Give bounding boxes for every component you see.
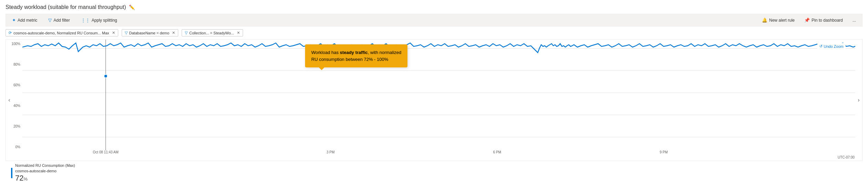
database-filter-pill: ▽ DatabaseName = demo ✕ <box>122 29 178 36</box>
legend-text-group: Normalized RU Consumption (Max) cosmos-a… <box>15 163 75 183</box>
toolbar-left: ✦ Add metric ▽ Add filter ⋮⋮ Apply split… <box>10 16 119 24</box>
metric-filter-remove[interactable]: ✕ <box>112 31 115 35</box>
add-metric-button[interactable]: ✦ Add metric <box>10 16 39 24</box>
legend-color-bar <box>11 168 12 178</box>
apply-splitting-label: Apply splitting <box>92 18 117 23</box>
x-label-9pm: 9 PM <box>660 150 668 154</box>
legend-area: Normalized RU Consumption (Max) cosmos-a… <box>6 161 862 184</box>
apply-splitting-button[interactable]: ⋮⋮ Apply splitting <box>79 16 119 24</box>
undo-zoom-button[interactable]: ↺ Undo Zoom <box>817 43 846 50</box>
metric-pill-icon: ⟳ <box>9 31 12 35</box>
edit-icon[interactable]: ✏️ <box>129 4 135 10</box>
tooltip-text2: RU consumption between 72% - 100% <box>311 57 388 62</box>
toolbar: ✦ Add metric ▽ Add filter ⋮⋮ Apply split… <box>6 14 862 26</box>
pin-icon: 📌 <box>804 18 810 23</box>
chart-area: ‹ › 100% 80% 60% 40% 20% 0% <box>6 40 862 161</box>
y-axis: 100% 80% 60% 40% 20% 0% <box>6 40 22 150</box>
metric-filter-pill: ⟳ cosmos-autoscale-demo, Normalized RU C… <box>6 29 118 36</box>
new-alert-label: New alert rule <box>769 18 795 23</box>
y-label-100: 100% <box>7 42 20 46</box>
new-alert-rule-button[interactable]: 🔔 New alert rule <box>760 16 797 24</box>
y-label-80: 80% <box>7 63 20 66</box>
x-label-3pm: 3 PM <box>326 150 334 154</box>
database-filter-remove[interactable]: ✕ <box>172 31 175 35</box>
alert-icon: 🔔 <box>762 18 767 23</box>
undo-zoom-label: Undo Zoom <box>824 44 844 48</box>
pin-to-dashboard-button[interactable]: 📌 Pin to dashboard <box>802 16 845 24</box>
grid-lines <box>22 40 855 150</box>
y-label-40: 40% <box>7 104 20 108</box>
tooltip-bubble: Workload has steady traffic, with normal… <box>305 44 407 67</box>
more-options-button[interactable]: ... <box>850 17 858 24</box>
database-filter-text: DatabaseName = demo <box>129 31 169 35</box>
chart-plot: Workload has steady traffic, with normal… <box>22 40 855 150</box>
svg-point-6 <box>104 74 108 78</box>
collection-filter-remove[interactable]: ✕ <box>237 31 240 35</box>
chart-nav-right[interactable]: › <box>855 93 862 107</box>
metric-filter-text: cosmos-autoscale-demo, Normalized RU Con… <box>13 31 109 35</box>
page-title: Steady workload (suitable for manual thr… <box>6 4 126 10</box>
filters-row: ⟳ cosmos-autoscale-demo, Normalized RU C… <box>6 26 862 40</box>
x-labels: Oct 08 11:43 AM 3 PM 6 PM 9 PM <box>22 150 855 161</box>
y-label-20: 20% <box>7 125 20 128</box>
add-filter-label: Add filter <box>53 18 70 23</box>
x-label-6pm: 6 PM <box>493 150 501 154</box>
undo-zoom-icon: ↺ <box>819 44 822 48</box>
legend-title: Normalized RU Consumption (Max) <box>15 163 75 168</box>
tooltip-text1: Workload has steady traffic, with normal… <box>311 50 401 55</box>
collection-filter-pill: ▽ Collection... = SteadyWo... ✕ <box>182 29 243 36</box>
more-label: ... <box>852 18 856 23</box>
add-metric-label: Add metric <box>18 18 37 23</box>
pin-to-dashboard-label: Pin to dashboard <box>811 18 843 23</box>
collection-filter-text: Collection... = SteadyWo... <box>189 31 234 35</box>
legend-subtitle: cosmos-autoscale-demo <box>15 169 75 174</box>
collection-filter-icon: ▽ <box>185 31 188 35</box>
x-label-oct08: Oct 08 11:43 AM <box>93 150 119 154</box>
y-label-60: 60% <box>7 84 20 87</box>
toolbar-right: 🔔 New alert rule 📌 Pin to dashboard ... <box>760 16 858 24</box>
legend-item: Normalized RU Consumption (Max) cosmos-a… <box>11 163 857 183</box>
add-filter-button[interactable]: ▽ Add filter <box>46 16 72 24</box>
utc-label: UTC-07:00 <box>838 155 855 159</box>
add-filter-icon: ▽ <box>48 18 52 23</box>
splitting-icon: ⋮⋮ <box>81 18 90 23</box>
legend-unit: % <box>23 176 28 182</box>
database-filter-icon: ▽ <box>125 31 128 35</box>
y-label-0: 0% <box>7 145 20 149</box>
legend-value: 72 <box>15 174 23 182</box>
add-metric-icon: ✦ <box>12 18 16 23</box>
